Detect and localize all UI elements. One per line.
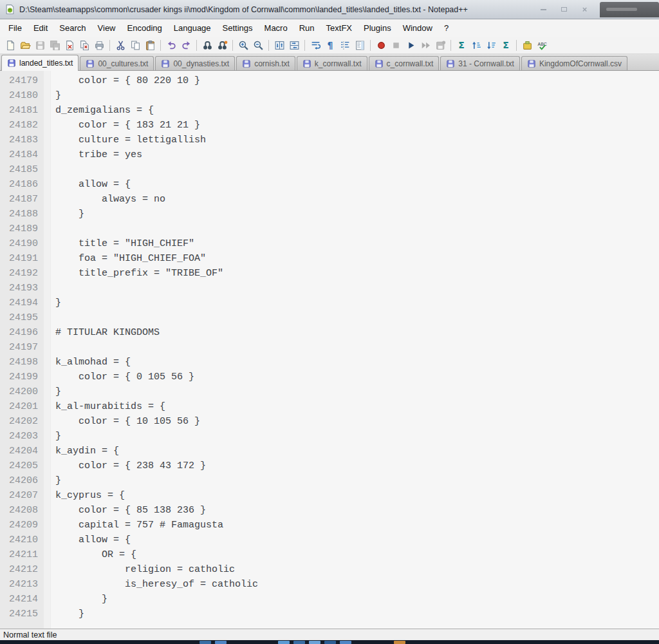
tab-kingdomofcornwall-csv[interactable]: KingdomOfCornwall.csv xyxy=(521,56,627,70)
sort-ascending-icon[interactable] xyxy=(469,38,483,52)
sum-icon[interactable]: Σ xyxy=(499,38,513,52)
tab-31-cornwall-txt[interactable]: 31 - Cornwall.txt xyxy=(440,56,520,70)
code-line[interactable]: always = no xyxy=(55,192,659,207)
spell-check-icon[interactable]: ABC xyxy=(535,38,549,52)
redo-icon[interactable] xyxy=(179,38,193,52)
code-line[interactable]: color = { 85 138 236 } xyxy=(55,503,659,518)
line-number: 24215 xyxy=(0,607,38,621)
code-line[interactable] xyxy=(55,281,659,296)
code-line[interactable]: title_prefix = "TRIBE_OF" xyxy=(55,266,659,281)
menu-item-settings[interactable]: Settings xyxy=(217,20,259,36)
tab-k-cornwall-txt[interactable]: k_cornwall.txt xyxy=(297,56,367,70)
code-line[interactable] xyxy=(55,340,659,355)
code-line[interactable]: color = { 238 43 172 } xyxy=(55,459,659,473)
code-line[interactable]: k_cyprus = { xyxy=(55,488,659,503)
code-line[interactable]: allow = { xyxy=(55,177,659,192)
close-button[interactable]: × xyxy=(576,4,593,15)
copy-icon[interactable] xyxy=(128,38,142,52)
code-line[interactable]: religion = catholic xyxy=(55,562,659,577)
code-line[interactable]: } xyxy=(55,473,659,488)
taskbar-button-sliver[interactable] xyxy=(200,641,211,644)
code-line[interactable]: color = { 10 105 56 } xyxy=(55,414,659,429)
word-wrap-icon[interactable] xyxy=(308,38,322,52)
code-line[interactable]: } xyxy=(55,429,659,444)
tab-00-dynasties-txt[interactable]: 00_dynasties.txt xyxy=(155,56,235,70)
maximize-button[interactable] xyxy=(555,4,573,15)
code-line[interactable]: title = "HIGH_CHIEF" xyxy=(55,236,659,251)
tab-landed-titles-txt[interactable]: landed_titles.txt xyxy=(1,55,79,71)
cut-icon[interactable] xyxy=(113,38,127,52)
close-icon[interactable] xyxy=(62,38,77,52)
code-line[interactable]: culture = lettigallish xyxy=(55,133,659,147)
code-line[interactable] xyxy=(55,310,659,325)
sort-descending-icon[interactable] xyxy=(484,38,498,52)
code-line[interactable] xyxy=(55,162,659,177)
code-line[interactable]: } xyxy=(55,207,659,222)
code-line[interactable]: foa = "HIGH_CHIEF_FOA" xyxy=(55,251,659,266)
menu-item-help[interactable]: ? xyxy=(438,20,454,36)
taskbar-button-sliver[interactable] xyxy=(293,641,305,644)
code-line[interactable]: color = { 0 105 56 } xyxy=(55,370,659,384)
code-line[interactable]: } xyxy=(55,296,659,310)
menu-item-edit[interactable]: Edit xyxy=(28,20,53,36)
zoom-out-icon[interactable] xyxy=(251,38,265,52)
open-file-icon[interactable] xyxy=(18,38,32,52)
plugin-options-icon[interactable] xyxy=(520,38,534,52)
code-line[interactable]: } xyxy=(55,592,659,607)
tab-00-cultures-txt[interactable]: 00_cultures.txt xyxy=(80,56,154,70)
code-line[interactable]: } xyxy=(55,384,659,399)
tab-label: 00_dynasties.txt xyxy=(173,59,229,68)
sync-vertical-icon[interactable] xyxy=(272,38,286,52)
menu-item-file[interactable]: File xyxy=(3,20,28,36)
code-line[interactable]: color = { 183 21 21 } xyxy=(55,118,659,133)
code-line[interactable] xyxy=(55,222,659,236)
taskbar-button-sliver[interactable] xyxy=(278,641,290,644)
tab-cornish-txt[interactable]: cornish.txt xyxy=(236,56,295,70)
code-line[interactable]: d_zemigalians = { xyxy=(55,103,659,118)
menu-item-plugins[interactable]: Plugins xyxy=(358,20,397,36)
code-line[interactable]: is_heresy_of = catholic xyxy=(55,577,659,592)
menu-item-view[interactable]: View xyxy=(92,20,122,36)
taskbar-button-sliver[interactable] xyxy=(215,641,227,644)
close-all-icon[interactable] xyxy=(77,38,91,52)
taskbar-button-sliver[interactable] xyxy=(340,641,351,644)
code-line[interactable]: } xyxy=(55,607,659,621)
code-line[interactable]: tribe = yes xyxy=(55,147,659,162)
zoom-in-icon[interactable] xyxy=(236,38,250,52)
code-line[interactable]: OR = { xyxy=(55,547,659,562)
taskbar-button-sliver[interactable] xyxy=(309,641,320,644)
new-file-icon[interactable] xyxy=(3,38,17,52)
code-line[interactable]: k_aydin = { xyxy=(55,444,659,459)
code-line[interactable]: } xyxy=(55,88,659,103)
menu-item-search[interactable]: Search xyxy=(53,20,91,36)
show-all-characters-icon[interactable]: ¶ xyxy=(323,38,337,52)
code-area[interactable]: color = { 80 220 10 }}d_zemigalians = { … xyxy=(51,71,659,629)
find-icon[interactable] xyxy=(200,38,214,52)
menu-item-textfx[interactable]: TextFX xyxy=(320,20,358,36)
menu-item-run[interactable]: Run xyxy=(293,20,320,36)
code-line[interactable]: allow = { xyxy=(55,533,659,547)
code-line[interactable]: # TITULAR KINGDOMS xyxy=(55,325,659,340)
code-line[interactable]: k_almohad = { xyxy=(55,355,659,370)
menu-item-encoding[interactable]: Encoding xyxy=(122,20,168,36)
code-line[interactable]: capital = 757 # Famagusta xyxy=(55,518,659,533)
menu-item-macro[interactable]: Macro xyxy=(259,20,293,36)
print-icon[interactable] xyxy=(92,38,106,52)
playback-macro-icon[interactable] xyxy=(404,38,418,52)
taskbar-button-sliver[interactable] xyxy=(324,641,336,644)
start-recording-icon[interactable] xyxy=(374,38,388,52)
undo-icon[interactable] xyxy=(164,38,178,52)
minimize-button[interactable] xyxy=(535,4,552,15)
indent-guide-icon[interactable] xyxy=(338,38,352,52)
textfx-sum-icon[interactable]: Σ xyxy=(454,38,469,52)
paste-icon[interactable] xyxy=(143,38,157,52)
replace-icon[interactable] xyxy=(215,38,229,52)
taskbar-button-sliver[interactable] xyxy=(394,641,405,644)
code-line[interactable]: k_al-murabitids = { xyxy=(55,399,659,414)
sync-horizontal-icon[interactable] xyxy=(287,38,301,52)
doc-map-icon[interactable] xyxy=(353,38,367,52)
code-line[interactable]: color = { 80 220 10 } xyxy=(55,73,659,88)
menu-item-language[interactable]: Language xyxy=(168,20,217,36)
tab-c-cornwall-txt[interactable]: c_cornwall.txt xyxy=(369,56,440,70)
menu-item-window[interactable]: Window xyxy=(397,20,438,36)
